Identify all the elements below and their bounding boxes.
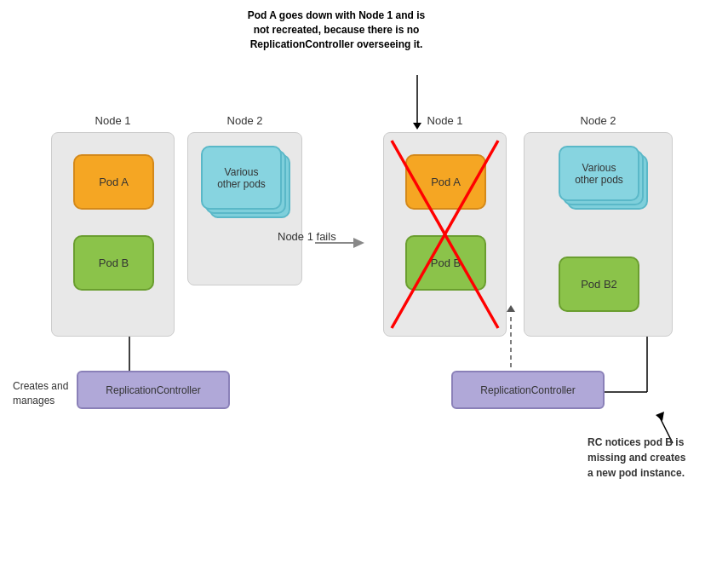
left-rc-box: ReplicationController	[77, 371, 230, 409]
left-node2-label: Node 2	[188, 114, 301, 127]
rc-notice-label: RC notices pod B ismissing and createsa …	[588, 435, 685, 481]
right-node1-label: Node 1	[384, 114, 506, 127]
left-pod-a: Pod A	[73, 154, 154, 210]
right-pod-b: Pod B	[405, 235, 486, 291]
right-node2-label: Node 2	[525, 114, 672, 127]
right-node2-box: Node 2 Variousother pods Pod B2	[524, 132, 673, 337]
left-pod-b: Pod B	[73, 235, 154, 291]
svg-marker-15	[656, 412, 664, 421]
annotation-text: Pod A goes down with Node 1 and is not r…	[248, 9, 425, 50]
node1-fails-label: Node 1 fails	[278, 230, 336, 243]
svg-marker-9	[507, 305, 515, 312]
annotation-box: Pod A goes down with Node 1 and is not r…	[238, 9, 434, 51]
right-pod-b2: Pod B2	[559, 257, 639, 312]
right-rc-box: ReplicationController	[451, 371, 605, 409]
right-various-pods-wrapper: Variousother pods	[559, 146, 648, 222]
right-pod-a: Pod A	[405, 154, 486, 210]
left-node2-box: Node 2 Variousother pods	[187, 132, 302, 285]
left-various-pods-wrapper: Variousother pods	[201, 146, 290, 274]
left-node1-box: Node 1 Pod A Pod B	[51, 132, 175, 337]
diagram-container: Pod A goes down with Node 1 and is not r…	[0, 0, 728, 565]
svg-marker-7	[353, 238, 364, 248]
creates-label: Creates andmanages	[13, 379, 68, 408]
right-stack-front: Variousother pods	[559, 146, 639, 201]
left-stack-front: Variousother pods	[201, 146, 282, 210]
right-node1-box: Node 1 Pod A Pod B	[383, 132, 507, 337]
left-node1-label: Node 1	[52, 114, 174, 127]
